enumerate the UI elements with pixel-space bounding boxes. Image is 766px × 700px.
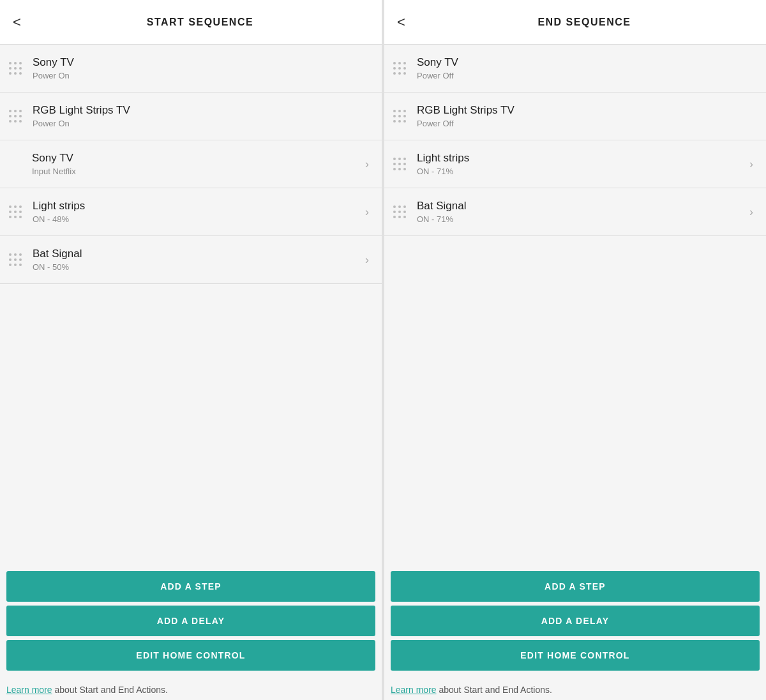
left-learn-more: Learn more about Start and End Actions. (0, 677, 382, 700)
item-sub: Power Off (417, 119, 753, 128)
right-edit-home-button[interactable]: EDIT HOME CONTROL (391, 640, 760, 671)
item-name: RGB Light Strips TV (33, 104, 369, 117)
drag-handle-icon (9, 253, 22, 267)
right-panel-header: < END SEQUENCE (384, 0, 766, 45)
item-name: Light strips (417, 152, 743, 165)
chevron-right-icon: › (749, 205, 753, 219)
drag-handle-icon (393, 158, 407, 171)
item-content: Sony TV Power On (33, 56, 369, 80)
right-learn-more-link[interactable]: Learn more (391, 685, 437, 695)
right-back-button[interactable]: < (397, 15, 405, 29)
item-name: Sony TV (33, 56, 369, 69)
item-sub: Power On (33, 119, 369, 128)
drag-handle-icon (9, 205, 22, 219)
right-list-item[interactable]: RGB Light Strips TV Power Off (384, 93, 766, 140)
drag-handle-icon (9, 110, 22, 123)
drag-handle-icon (393, 110, 407, 123)
left-learn-more-text: about Start and End Actions. (52, 685, 168, 695)
left-edit-home-button[interactable]: EDIT HOME CONTROL (6, 640, 375, 671)
item-content: RGB Light Strips TV Power Off (417, 104, 753, 128)
left-learn-more-link[interactable]: Learn more (6, 685, 52, 695)
item-content: RGB Light Strips TV Power On (33, 104, 369, 128)
drag-handle-icon (393, 205, 407, 219)
item-name: Light strips (33, 200, 359, 212)
right-add-step-button[interactable]: ADD A STEP (391, 571, 760, 602)
left-back-button[interactable]: < (13, 15, 21, 29)
item-content: Bat Signal ON - 71% (417, 200, 743, 224)
right-list-item[interactable]: Bat Signal ON - 71% › (384, 188, 766, 236)
item-name: Bat Signal (33, 248, 359, 260)
item-sub: ON - 71% (417, 167, 743, 176)
right-learn-more-text: about Start and End Actions. (437, 685, 552, 695)
item-content: Sony TV Power Off (417, 56, 753, 80)
item-sub: ON - 71% (417, 214, 743, 224)
left-list-item[interactable]: Bat Signal ON - 50% › (0, 236, 382, 284)
left-panel-title: START SEQUENCE (31, 17, 369, 28)
left-list-item[interactable]: Sony TV Power On (0, 45, 382, 93)
item-name: Sony TV (32, 152, 359, 165)
item-sub: Input Netflix (32, 167, 359, 176)
item-content: Sony TV Input Netflix (32, 152, 359, 176)
left-add-step-button[interactable]: ADD A STEP (6, 571, 375, 602)
item-name: Bat Signal (417, 200, 743, 212)
item-content: Light strips ON - 71% (417, 152, 743, 176)
drag-handle-icon (9, 62, 22, 75)
left-panel-header: < START SEQUENCE (0, 0, 382, 45)
item-name: RGB Light Strips TV (417, 104, 753, 117)
item-sub: Power Off (417, 71, 753, 80)
item-name: Sony TV (417, 56, 753, 69)
item-content: Bat Signal ON - 50% (33, 248, 359, 272)
chevron-right-icon: › (365, 158, 369, 171)
right-item-list: Sony TV Power Off RGB Light Strips TV Po… (384, 45, 766, 567)
drag-handle-icon (393, 62, 407, 75)
right-learn-more: Learn more about Start and End Actions. (384, 677, 766, 700)
right-panel: < END SEQUENCE Sony TV Power Off RGB (384, 0, 766, 700)
left-button-section: ADD A STEP ADD A DELAY EDIT HOME CONTROL (0, 571, 382, 677)
item-sub: Power On (33, 71, 369, 80)
item-sub: ON - 48% (33, 214, 359, 224)
right-button-section: ADD A STEP ADD A DELAY EDIT HOME CONTROL (384, 571, 766, 677)
left-panel: < START SEQUENCE Sony TV Power On RGB (0, 0, 382, 700)
left-list-item[interactable]: RGB Light Strips TV Power On (0, 93, 382, 140)
left-list-item[interactable]: Light strips ON - 48% › (0, 188, 382, 236)
left-item-list: Sony TV Power On RGB Light Strips TV Pow… (0, 45, 382, 567)
item-content: Light strips ON - 48% (33, 200, 359, 224)
right-list-item[interactable]: Sony TV Power Off (384, 45, 766, 93)
left-add-delay-button[interactable]: ADD A DELAY (6, 606, 375, 636)
right-add-delay-button[interactable]: ADD A DELAY (391, 606, 760, 636)
item-sub: ON - 50% (33, 262, 359, 272)
right-list-item[interactable]: Light strips ON - 71% › (384, 140, 766, 188)
left-list-item[interactable]: Sony TV Input Netflix › (0, 140, 382, 188)
right-panel-title: END SEQUENCE (416, 17, 753, 28)
chevron-right-icon: › (365, 253, 369, 267)
chevron-right-icon: › (749, 158, 753, 171)
chevron-right-icon: › (365, 205, 369, 219)
